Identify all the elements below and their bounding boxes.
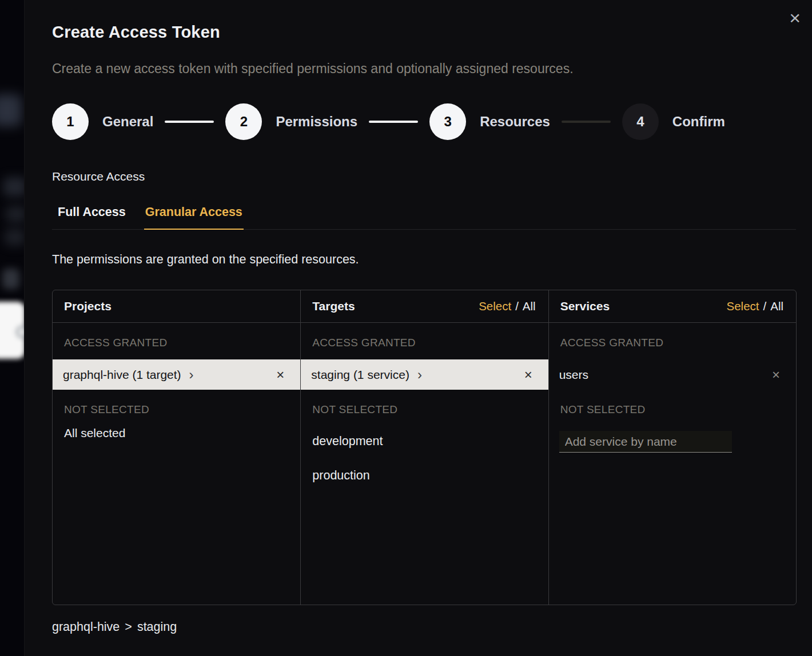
tab-granular-access[interactable]: Granular Access <box>144 205 244 230</box>
remove-service-button[interactable]: × <box>770 366 782 384</box>
services-select-all: Select / All <box>727 299 783 313</box>
services-column: Services Select / All ACCESS GRANTED use… <box>548 290 796 605</box>
wizard-stepper: 1 General 2 Permissions 3 Resources 4 Co… <box>52 103 796 140</box>
resource-selection-table: Projects ACCESS GRANTED graphql-hive (1 … <box>52 290 797 605</box>
breadcrumb: graphql-hive > staging <box>52 620 796 634</box>
step-label: Permissions <box>276 114 357 130</box>
access-granted-label: ACCESS GRANTED <box>312 337 536 349</box>
dialog-subtitle: Create a new access token with specified… <box>52 61 796 77</box>
breadcrumb-project: graphql-hive <box>52 620 120 634</box>
not-selected-label: NOT SELECTED <box>64 403 289 416</box>
dialog-title: Create Access Token <box>52 23 796 42</box>
select-all-separator: / <box>763 299 767 313</box>
selected-target-row[interactable]: staging (1 service) › × <box>301 359 548 390</box>
chevron-right-icon: › <box>189 368 194 382</box>
selected-target-label: staging (1 service) <box>311 368 409 382</box>
page-backdrop <box>0 0 24 656</box>
step-connector <box>562 121 611 123</box>
step-label: Resources <box>480 114 550 130</box>
backdrop-blur-shape <box>6 206 24 223</box>
selected-project-row[interactable]: graphql-hive (1 target) › × <box>53 359 300 390</box>
targets-all-link[interactable]: All <box>523 299 536 313</box>
projects-column: Projects ACCESS GRANTED graphql-hive (1 … <box>53 290 300 605</box>
projects-all-selected-note: All selected <box>64 426 289 440</box>
projects-column-header: Projects <box>53 290 300 323</box>
services-select-link[interactable]: Select <box>727 299 759 313</box>
step-number-badge: 1 <box>52 103 89 140</box>
targets-column-header: Targets Select / All <box>301 290 548 323</box>
granted-service-row: users × <box>549 359 796 390</box>
backdrop-blur-shape <box>5 229 24 246</box>
not-selected-label: NOT SELECTED <box>312 403 536 416</box>
projects-column-title: Projects <box>64 299 112 313</box>
close-button[interactable]: × <box>786 5 804 31</box>
close-icon: × <box>789 7 801 29</box>
backdrop-blur-glyph <box>16 326 24 338</box>
backdrop-blur-shape <box>2 269 19 289</box>
step-general[interactable]: 1 General <box>52 103 153 140</box>
resource-access-heading: Resource Access <box>52 170 796 183</box>
target-item-production[interactable]: production <box>312 469 536 483</box>
targets-column-title: Targets <box>312 299 355 313</box>
step-label: Confirm <box>672 114 725 130</box>
services-all-link[interactable]: All <box>770 299 783 313</box>
step-connector <box>369 121 418 123</box>
remove-icon: × <box>772 367 780 382</box>
access-granted-label: ACCESS GRANTED <box>64 337 289 349</box>
services-column-header: Services Select / All <box>549 290 796 323</box>
services-column-title: Services <box>560 299 610 313</box>
step-label: General <box>102 114 153 130</box>
remove-icon: × <box>524 367 532 382</box>
granular-access-description: The permissions are granted on the speci… <box>52 253 796 267</box>
step-connector <box>165 121 214 123</box>
granted-service-label: users <box>559 368 588 382</box>
target-item-development[interactable]: development <box>312 434 536 449</box>
add-service-input[interactable] <box>559 431 732 453</box>
access-mode-tabs: Full Access Granular Access <box>52 205 796 230</box>
access-granted-label: ACCESS GRANTED <box>560 337 785 349</box>
remove-icon: × <box>276 367 284 382</box>
not-selected-label: NOT SELECTED <box>560 403 785 416</box>
create-access-token-dialog: × Create Access Token Create a new acces… <box>24 0 812 656</box>
backdrop-blur-shape <box>3 177 24 197</box>
remove-project-button[interactable]: × <box>274 366 286 384</box>
breadcrumb-separator: > <box>125 620 132 634</box>
selected-project-label: graphql-hive (1 target) <box>63 368 181 382</box>
step-number-badge: 3 <box>429 103 466 140</box>
targets-select-all: Select / All <box>479 299 535 313</box>
backdrop-blur-card <box>0 302 24 359</box>
step-resources[interactable]: 3 Resources <box>429 103 550 140</box>
targets-column: Targets Select / All ACCESS GRANTED stag… <box>300 290 548 605</box>
targets-select-link[interactable]: Select <box>479 299 511 313</box>
step-number-badge: 2 <box>225 103 262 140</box>
step-permissions[interactable]: 2 Permissions <box>225 103 357 140</box>
targets-not-selected-list: development production <box>312 434 536 483</box>
breadcrumb-target: staging <box>137 620 177 634</box>
chevron-right-icon: › <box>417 368 422 382</box>
remove-target-button[interactable]: × <box>522 366 535 384</box>
step-number-badge: 4 <box>622 103 659 140</box>
step-confirm[interactable]: 4 Confirm <box>622 103 725 140</box>
tab-full-access[interactable]: Full Access <box>57 205 127 230</box>
backdrop-blur-shape <box>0 94 22 126</box>
select-all-separator: / <box>515 299 519 313</box>
